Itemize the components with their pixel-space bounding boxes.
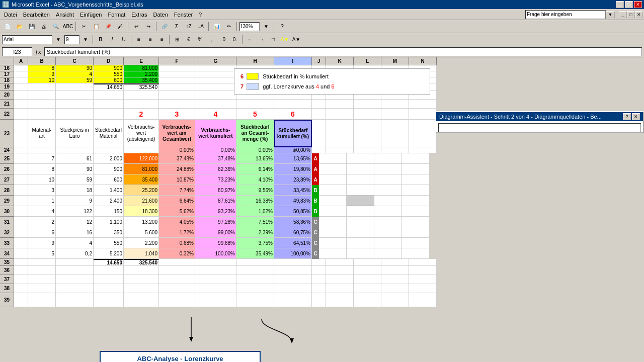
header-stueckbedarf-kum[interactable]: Stückbedarf kumuliert (%) <box>274 120 312 147</box>
menu-einfuegen[interactable]: Einfügen <box>77 11 105 19</box>
decrease-decimal-button[interactable]: 0. <box>229 35 240 45</box>
align-center-button[interactable]: ≡ <box>145 35 156 45</box>
cell-G17[interactable] <box>195 71 236 77</box>
print-preview-button[interactable]: 🔍 <box>50 22 61 32</box>
cell-B26[interactable]: 8 <box>28 164 56 174</box>
cell-G24[interactable]: 0,00% <box>195 147 236 153</box>
col-header-J[interactable]: J <box>312 57 326 65</box>
cell-B31[interactable]: 2 <box>28 217 56 227</box>
header-verbrauchswert-kum[interactable]: Verbrauchs-wert kumuliert <box>195 120 236 147</box>
header-stueckbedarf-gesamt[interactable]: Stückbedarf an Gesamt-menge (%) <box>236 120 274 147</box>
dialog-help-button[interactable]: ? <box>623 113 631 120</box>
cell-C17[interactable]: 4 <box>56 71 94 77</box>
cell-C19[interactable] <box>56 83 94 90</box>
cell-B27[interactable]: 10 <box>28 174 56 185</box>
col-header-C[interactable]: C <box>56 57 94 65</box>
cell-G19[interactable] <box>195 83 236 90</box>
cell-H27[interactable]: 4,10% <box>236 174 274 185</box>
cell-B29[interactable]: 1 <box>28 196 56 206</box>
cell-B33[interactable]: 9 <box>28 238 56 248</box>
merge-button[interactable]: ⊞ <box>172 35 183 45</box>
menu-ansicht[interactable]: Ansicht <box>53 11 77 19</box>
header-stueckpreis[interactable]: Stückpreis in Euro <box>56 120 94 147</box>
cell-C34[interactable]: 0,2 <box>56 248 94 259</box>
cell-E19[interactable]: 325.540 <box>124 83 159 90</box>
col-header-H[interactable]: H <box>236 57 274 65</box>
format-painter-button[interactable]: 🖌 <box>115 22 126 32</box>
cell-F26[interactable]: 24,88% <box>159 164 195 174</box>
cell-I32[interactable]: 60,75% <box>274 227 312 238</box>
cell-D29[interactable]: 2.400 <box>94 196 124 206</box>
col-num-2[interactable]: 2 <box>124 109 159 120</box>
paste-button[interactable]: 📌 <box>103 22 114 32</box>
cell-D35[interactable]: 14.650 <box>94 259 124 266</box>
cell-G29[interactable]: 87,61% <box>195 196 236 206</box>
cell-H28[interactable]: 9,56% <box>236 185 274 196</box>
redo-button[interactable]: ↪ <box>143 22 154 32</box>
cell-D30[interactable]: 150 <box>94 206 124 217</box>
cell-H24[interactable]: 0,00% <box>236 147 274 153</box>
open-button[interactable]: 📂 <box>14 22 25 32</box>
cell-E26[interactable]: 81.000 <box>124 164 159 174</box>
menu-fenster[interactable]: Fenster <box>171 11 196 19</box>
decrease-indent-button[interactable]: ← <box>245 35 256 45</box>
col-header-B[interactable]: B <box>28 57 56 65</box>
minimize-button[interactable]: _ <box>616 1 624 8</box>
cell-C31[interactable]: 12 <box>56 217 94 227</box>
menu-help[interactable]: ? <box>196 11 205 19</box>
cell-D16[interactable]: 900 <box>94 65 124 71</box>
comma-button[interactable]: , <box>206 35 217 45</box>
cell-E32[interactable]: 5.600 <box>124 227 159 238</box>
cell-F31[interactable]: 4,05% <box>159 217 195 227</box>
menu-datei[interactable]: Datei <box>1 11 20 19</box>
col-header-I[interactable]: I <box>274 57 312 65</box>
cell-F27[interactable]: 10,87% <box>159 174 195 185</box>
help-button[interactable]: ? <box>277 22 288 32</box>
zoom-dropdown[interactable]: ▼ <box>261 22 272 32</box>
maximize-button[interactable]: □ <box>625 1 633 8</box>
cell-G34[interactable]: 100,00% <box>195 248 236 259</box>
cell-B16[interactable]: 8 <box>28 65 56 71</box>
header-verbrauchswert-am[interactable]: Verbrauchs-wert am Gesamtwert <box>159 120 195 147</box>
help-search-button[interactable]: ▼ <box>606 11 615 18</box>
cell-D33[interactable]: 550 <box>94 238 124 248</box>
cell-D17[interactable]: 550 <box>94 71 124 77</box>
cell-G27[interactable]: 73,23% <box>195 174 236 185</box>
cell-E30[interactable]: 18.300 <box>124 206 159 217</box>
col-num-4[interactable]: 4 <box>195 109 236 120</box>
cell-C26[interactable]: 90 <box>56 164 94 174</box>
cell-I31[interactable]: 58,36% <box>274 217 312 227</box>
sort-asc-button[interactable]: ↑Z <box>183 22 194 32</box>
cell-H26[interactable]: 6,14% <box>236 164 274 174</box>
cell-E34[interactable]: 1.040 <box>124 248 159 259</box>
increase-indent-button[interactable]: → <box>256 35 267 45</box>
cell-G30[interactable]: 93,23% <box>195 206 236 217</box>
cell-D25[interactable]: 2.000 <box>94 153 124 164</box>
cell-reference-input[interactable] <box>2 47 32 56</box>
cell-D19[interactable]: 14.650 <box>94 83 124 90</box>
currency-button[interactable]: € <box>183 35 194 45</box>
cell-I34[interactable]: 100,00% <box>274 248 312 259</box>
fill-color-button[interactable]: A▼ <box>279 35 290 45</box>
excel-minimize-button[interactable]: _ <box>619 11 627 18</box>
cell-C33[interactable]: 4 <box>56 238 94 248</box>
hyperlink-button[interactable]: 🔗 <box>159 22 170 32</box>
new-button[interactable]: 📄 <box>2 22 13 32</box>
cell-B34[interactable]: 5 <box>28 248 56 259</box>
increase-decimal-button[interactable]: .0 <box>218 35 229 45</box>
col-header-F[interactable]: F <box>159 57 195 65</box>
font-color-button[interactable]: A▼ <box>291 35 302 45</box>
cell-G31[interactable]: 97,28% <box>195 217 236 227</box>
cell-G25[interactable]: 37,48% <box>195 153 236 164</box>
col-num-6[interactable]: 6 <box>274 109 312 120</box>
header-stueckbedarf[interactable]: Stückbedarf Material <box>94 120 124 147</box>
align-right-button[interactable]: ≡ <box>156 35 168 45</box>
autosum-button[interactable]: Σ <box>171 22 182 32</box>
cell-D34[interactable]: 5.200 <box>94 248 124 259</box>
formula-input[interactable] <box>44 47 642 56</box>
font-size-input[interactable] <box>64 35 79 44</box>
cell-F25[interactable]: 37,48% <box>159 153 195 164</box>
cell-F17[interactable] <box>159 71 195 77</box>
col-header-E[interactable]: E <box>124 57 159 65</box>
cell-E16[interactable]: 81.000 <box>124 65 159 71</box>
